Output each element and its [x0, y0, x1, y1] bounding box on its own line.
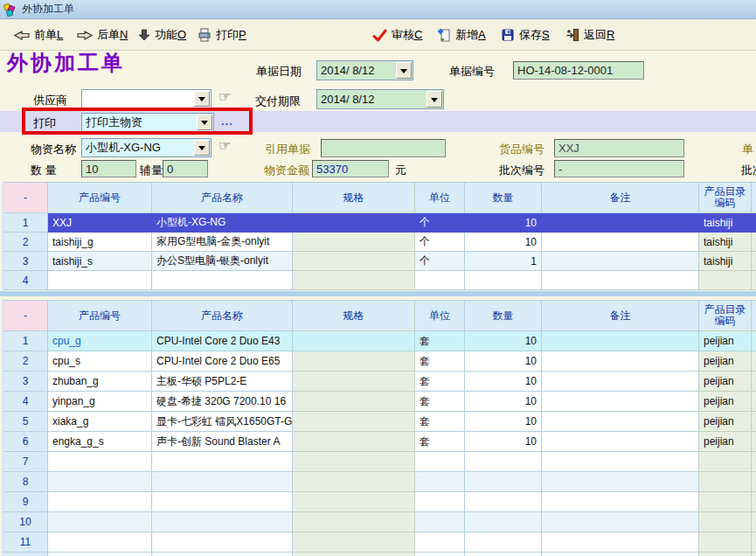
table-corner-header[interactable]: -	[3, 301, 48, 331]
table-cell[interactable]	[415, 532, 465, 553]
chevron-down-icon[interactable]	[194, 91, 210, 107]
table-cell[interactable]	[293, 492, 415, 512]
table-cell[interactable]: engka_g_s	[48, 432, 152, 452]
row-number-cell[interactable]: 4	[3, 271, 48, 290]
table-cell[interactable]	[752, 392, 756, 412]
table-cell[interactable]	[415, 472, 465, 492]
table-cell[interactable]	[542, 532, 699, 553]
new-button[interactable]: 新增A	[437, 19, 486, 51]
table-cell[interactable]: 套	[415, 432, 465, 452]
table-cell[interactable]	[542, 553, 699, 556]
table-cell[interactable]	[752, 472, 756, 492]
table-cell[interactable]	[152, 271, 293, 290]
table-cell[interactable]: peijian	[699, 351, 752, 372]
table-cell[interactable]	[752, 512, 756, 532]
table-row[interactable]: 4	[3, 271, 756, 290]
chevron-down-icon[interactable]	[396, 62, 412, 79]
table-cell[interactable]	[293, 233, 415, 252]
table-cell[interactable]: 硬盘-希捷 320G 7200.10 16	[152, 392, 293, 412]
table-cell[interactable]: xiaka_g	[48, 412, 152, 432]
table-cell[interactable]	[415, 271, 465, 290]
functions-button[interactable]: 功能O	[138, 19, 186, 51]
table-col-header[interactable]: 规格	[293, 301, 415, 331]
table-cell[interactable]: taishiji	[699, 252, 752, 271]
audit-button[interactable]: 审核C	[372, 19, 422, 51]
table-cell[interactable]	[293, 392, 415, 412]
row-number-cell[interactable]: 3	[3, 252, 48, 271]
table-cell[interactable]: 套	[415, 412, 465, 432]
table-cell[interactable]	[293, 472, 415, 492]
table-cell[interactable]	[293, 271, 415, 290]
delivery-date-combobox[interactable]: 2014/ 8/12	[316, 89, 444, 109]
table-cell[interactable]: taishiji_s	[48, 252, 152, 271]
table-cell[interactable]: 套	[415, 331, 465, 351]
table-cell[interactable]	[293, 432, 415, 452]
table-cell[interactable]: CPU-Intel Core 2 Duo E65	[152, 351, 293, 372]
table-cell[interactable]: cpu_g	[48, 331, 152, 351]
batch-no-field[interactable]: -	[554, 160, 684, 177]
table-cell[interactable]	[542, 252, 699, 271]
return-button[interactable]: 返回R	[565, 19, 614, 51]
table-cell[interactable]	[465, 512, 542, 532]
supplier-combobox[interactable]	[81, 89, 212, 108]
chevron-down-icon[interactable]	[427, 91, 442, 108]
table-col-header[interactable]: 备注	[542, 301, 699, 331]
print-mode-combobox[interactable]: 打印主物资	[81, 113, 214, 132]
table-col-header[interactable]	[752, 301, 756, 331]
table-cell[interactable]	[752, 492, 756, 512]
table-row[interactable]: 1XXJ小型机-XG-NG个10taishiji	[3, 213, 756, 233]
row-number-cell[interactable]	[3, 553, 48, 556]
table-cell[interactable]	[48, 553, 152, 556]
table-col-header[interactable]: 产品目录编码	[699, 183, 752, 213]
table-cell[interactable]: 套	[415, 351, 465, 372]
table-cell[interactable]: 10	[465, 372, 542, 392]
table-row[interactable]: 9	[3, 492, 756, 512]
table-cell[interactable]: 10	[465, 331, 542, 351]
table-cell[interactable]	[48, 532, 152, 553]
table-cell[interactable]	[152, 532, 293, 553]
table-col-header[interactable]: 产品名称	[152, 301, 293, 331]
table-cell[interactable]	[699, 532, 752, 553]
row-number-cell[interactable]: 2	[3, 233, 48, 252]
table-cell[interactable]	[542, 233, 699, 252]
table-cell[interactable]: 套	[415, 372, 465, 392]
table-cell[interactable]	[465, 532, 542, 553]
ref-doc-field[interactable]	[321, 139, 446, 157]
table-cell[interactable]	[293, 452, 415, 472]
table-col-header[interactable]: 规格	[293, 183, 415, 213]
table-row[interactable]: 1cpu_gCPU-Intel Core 2 Duo E43套10peijian	[3, 331, 756, 351]
table-cell[interactable]	[293, 532, 415, 553]
table-cell[interactable]: 显卡-七彩虹 镭风X1650GT-G	[152, 412, 293, 432]
table-row[interactable]: 7	[3, 452, 756, 472]
table-cell[interactable]	[699, 512, 752, 532]
table-cell[interactable]	[48, 492, 152, 512]
table-cell[interactable]	[48, 472, 152, 492]
material-name-combobox[interactable]: 小型机-XG-NG	[81, 138, 212, 157]
table-cell[interactable]: taishiji	[699, 213, 752, 233]
table-cell[interactable]	[542, 213, 699, 233]
row-number-cell[interactable]: 4	[3, 392, 48, 412]
save-button[interactable]: 保存S	[501, 19, 550, 51]
table-cell[interactable]	[752, 213, 756, 233]
table-cell[interactable]: taishiji_g	[48, 233, 152, 252]
table-cell[interactable]	[48, 271, 152, 290]
table-col-header[interactable]: 产品名称	[152, 183, 293, 213]
table-cell[interactable]: peijian	[699, 392, 752, 412]
row-number-cell[interactable]: 7	[3, 452, 48, 472]
row-number-cell[interactable]: 8	[3, 472, 48, 492]
print-button[interactable]: 打印P	[198, 19, 246, 51]
table-row[interactable]	[3, 553, 756, 556]
table-cell[interactable]: 个	[415, 252, 465, 271]
amount-field[interactable]: 53370	[312, 160, 389, 177]
table-cell[interactable]	[465, 452, 542, 472]
table-cell[interactable]	[293, 512, 415, 532]
print-more-button[interactable]: ...	[221, 115, 233, 128]
table-row[interactable]: 4yinpan_g硬盘-希捷 320G 7200.10 16套10peijian	[3, 392, 756, 412]
table-cell[interactable]	[752, 351, 756, 372]
table-cell[interactable]	[293, 213, 415, 233]
prev-doc-button[interactable]: 前单L	[14, 19, 63, 51]
table-col-header[interactable]: 产品编号	[48, 183, 152, 213]
table-cell[interactable]	[293, 412, 415, 432]
table-row[interactable]: 10	[3, 512, 756, 532]
row-number-cell[interactable]: 10	[3, 512, 48, 532]
